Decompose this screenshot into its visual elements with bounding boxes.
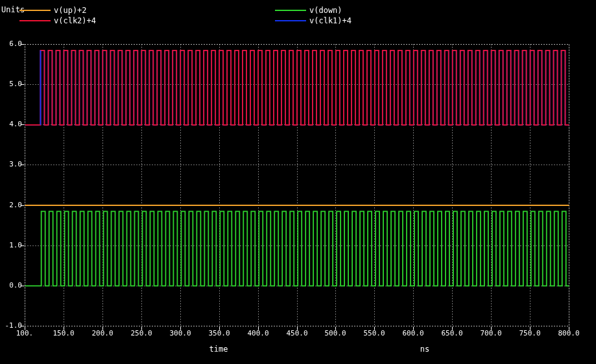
x-tick-label: 300.0 [164, 329, 197, 337]
plot-canvas [0, 0, 596, 364]
y-tick-label: 5.0 [0, 80, 22, 88]
x-tick-label: 650.0 [436, 329, 468, 337]
x-tick-label: 800.0 [553, 329, 585, 337]
x-tick-label: 100. [8, 329, 41, 337]
legend-swatch-blue-icon [275, 20, 306, 21]
x-tick-label: 350.0 [203, 329, 235, 337]
x-tick-label: 600.0 [397, 329, 429, 337]
legend-swatch-red-icon [19, 20, 51, 21]
legend-label: v(clk2)+4 [54, 16, 96, 25]
legend-swatch-orange-icon [19, 10, 51, 11]
y-tick-label: 2.0 [0, 201, 22, 209]
legend-label: v(down) [309, 6, 342, 15]
legend-item-vdown: v(down) [275, 6, 342, 15]
y-tick-label: 4.0 [0, 120, 22, 128]
x-tick-label: 450.0 [281, 329, 313, 337]
x-axis-unit: ns [412, 345, 438, 354]
y-tick-label: 6.0 [0, 40, 22, 48]
waveform-viewer: Units v(up)+2 v(clk2)+4 v(down) v(clk1)+… [0, 0, 596, 364]
legend-item-vclk2: v(clk2)+4 [19, 16, 96, 25]
legend-swatch-green-icon [275, 10, 306, 11]
y-tick-label: 3.0 [0, 160, 22, 168]
x-tick-label: 700.0 [475, 329, 507, 337]
x-tick-label: 150.0 [47, 329, 80, 337]
y-tick-label: 0.0 [0, 281, 22, 290]
legend-item-vup: v(up)+2 [19, 6, 87, 15]
y-tick-label: 1.0 [0, 241, 22, 249]
x-tick-label: 500.0 [319, 329, 352, 337]
x-axis-title: time [202, 345, 235, 354]
x-tick-label: 250.0 [125, 329, 158, 337]
legend-label: v(up)+2 [54, 6, 87, 15]
x-tick-label: 750.0 [514, 329, 546, 337]
legend-item-vclk1: v(clk1)+4 [275, 16, 352, 25]
x-tick-label: 200.0 [86, 329, 119, 337]
x-tick-label: 400.0 [242, 329, 274, 337]
legend-label: v(clk1)+4 [309, 16, 352, 25]
x-tick-label: 550.0 [358, 329, 390, 337]
